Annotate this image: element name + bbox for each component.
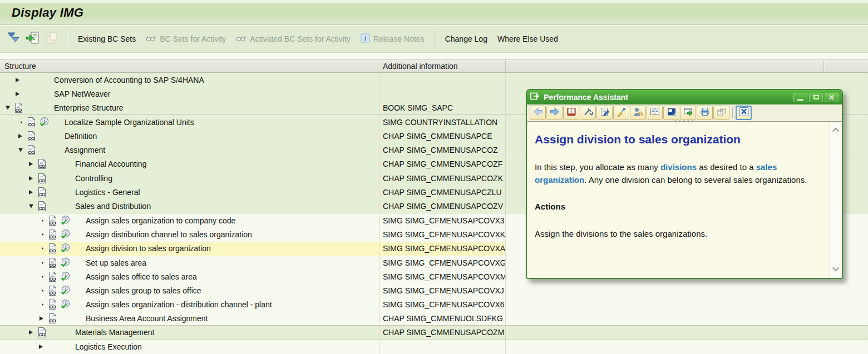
img-activity-icon[interactable] — [38, 117, 50, 128]
column-divider[interactable] — [823, 61, 824, 71]
tree-node-label[interactable]: Controlling — [75, 174, 112, 183]
img-documentation-icon[interactable] — [48, 215, 57, 226]
expander-collapsed-icon[interactable] — [29, 162, 33, 166]
expander-expanded-icon[interactable] — [29, 204, 33, 208]
tree-node-label[interactable]: Localize Sample Organizational Units — [65, 118, 194, 127]
tree-node-label[interactable]: SAP NetWeaver — [54, 89, 110, 98]
column-header-additional-information: Additional information — [383, 62, 458, 71]
pa-glossary-button[interactable] — [647, 106, 663, 120]
pa-authorization-button[interactable] — [630, 106, 646, 120]
tree-row-assign-sales-group-to-sales-office[interactable]: Assign sales group to sales officeSIMG S… — [0, 283, 868, 297]
pa-back-button[interactable] — [530, 106, 546, 120]
tree-node-label[interactable]: Enterprise Structure — [54, 103, 124, 112]
tree-node-label[interactable]: Financial Accounting — [75, 159, 146, 168]
close-button[interactable]: ✕ — [825, 93, 839, 102]
expander-collapsed-icon[interactable] — [39, 345, 43, 349]
button-where-else-used[interactable]: Where Else Used — [492, 32, 563, 46]
toolbar-position-button[interactable] — [6, 31, 22, 47]
expander-collapsed-icon[interactable] — [16, 78, 19, 82]
pa-technical-button[interactable] — [580, 106, 596, 120]
tree-node-label[interactable]: Conversion of Accounting to SAP S/4HANA — [54, 76, 204, 84]
img-documentation-icon[interactable] — [27, 144, 36, 155]
maximize-button[interactable] — [809, 93, 823, 102]
pa-scrollbar[interactable] — [830, 123, 841, 277]
tree-node-label[interactable]: Assign sales office to sales area — [86, 272, 197, 281]
img-documentation-icon[interactable] — [48, 286, 57, 296]
img-activity-icon[interactable] — [60, 299, 71, 310]
tree-node-label[interactable]: Definition — [65, 132, 97, 141]
tree-node-label[interactable]: Sales and Distribution — [75, 202, 151, 211]
img-documentation-icon[interactable] — [37, 159, 47, 169]
expander-collapsed-icon[interactable] — [16, 92, 19, 96]
tree-node-label[interactable]: Business Area Account Assignment — [86, 314, 208, 323]
toolbar-bcset-button[interactable] — [24, 31, 41, 47]
button-change-log[interactable]: Change Log — [440, 32, 492, 46]
tree-node-label[interactable]: Logistics - General — [75, 188, 140, 197]
title-bar: Display IMG — [0, 3, 868, 25]
img-documentation-icon[interactable] — [37, 187, 47, 198]
img-activity-icon[interactable] — [60, 257, 71, 268]
tree-node-label[interactable]: Logistics Execution — [75, 342, 142, 351]
img-documentation-icon[interactable] — [48, 243, 57, 254]
img-documentation-icon[interactable] — [48, 257, 57, 268]
img-documentation-icon[interactable] — [37, 173, 47, 183]
pa-doc-link[interactable]: sales — [756, 162, 777, 172]
tree-node-label[interactable]: Assign sales group to sales office — [86, 286, 201, 295]
expander-collapsed-icon[interactable] — [18, 134, 22, 138]
img-documentation-icon[interactable] — [48, 313, 57, 324]
expander-collapsed-icon[interactable] — [29, 176, 33, 181]
additional-information-value: CHAP SIMG_CMMENUSAPCOZV — [383, 202, 503, 211]
tree-row-materials-management[interactable]: Materials ManagementCHAP SIMG_CMMENUSAPC… — [0, 326, 868, 340]
img-documentation-icon[interactable] — [27, 117, 36, 127]
expander-collapsed-icon[interactable] — [40, 316, 43, 321]
tree-node-label[interactable]: Assign distribution channel to sales org… — [86, 230, 252, 239]
img-documentation-icon[interactable] — [27, 131, 36, 141]
tree-row-conversion-of-accounting-to-sap-s-4hana[interactable]: Conversion of Accounting to SAP S/4HANA — [0, 73, 868, 87]
img-documentation-icon[interactable] — [14, 102, 23, 113]
pa-title-bar[interactable]: Performance Assistant ✕ — [527, 90, 842, 104]
img-activity-icon[interactable] — [60, 229, 71, 240]
column-divider[interactable] — [505, 61, 506, 71]
application-toolbar: Existing BC SetsBC Sets for ActivityActi… — [0, 26, 868, 53]
img-activity-icon[interactable] — [60, 215, 71, 226]
tree-node-label[interactable]: Assignment — [65, 146, 105, 154]
glasses-icon — [236, 34, 246, 43]
img-activity-icon[interactable] — [60, 271, 71, 282]
pa-forward-button[interactable] — [546, 106, 563, 120]
pa-edit-button[interactable] — [596, 106, 613, 120]
minimize-button[interactable] — [793, 93, 807, 102]
pa-doc-link[interactable]: divisions — [660, 162, 697, 172]
img-activity-icon[interactable] — [60, 243, 71, 254]
pa-duplicate-button[interactable] — [713, 106, 729, 120]
pa-documentation-button[interactable] — [563, 106, 579, 120]
pa-print-button[interactable] — [697, 106, 713, 120]
column-divider[interactable] — [373, 61, 373, 71]
expander-expanded-icon[interactable] — [6, 106, 10, 109]
additional-information-value: CHAP SIMG_CMMENUSAPCOZ — [383, 146, 498, 154]
img-documentation-icon[interactable] — [48, 229, 57, 240]
expander-collapsed-icon[interactable] — [29, 330, 33, 335]
tree-row-logistics-execution[interactable]: Logistics Execution — [0, 340, 868, 354]
button-existing-bc-sets[interactable]: Existing BC Sets — [73, 32, 141, 46]
tree-node-label[interactable]: Set up sales area — [86, 258, 146, 267]
tree-node-label[interactable]: Materials Management — [75, 328, 154, 337]
scroll-down-icon[interactable] — [831, 265, 840, 275]
img-documentation-icon[interactable] — [48, 271, 57, 282]
img-activity-icon[interactable] — [60, 285, 71, 296]
tree-row-business-area-account-assignment[interactable]: Business Area Account AssignmentCHAP SIM… — [0, 312, 868, 326]
button-bc-sets-for-activity: BC Sets for Activity — [141, 32, 231, 46]
pa-doc-link[interactable]: organization — [535, 175, 584, 185]
pa-closex-button[interactable] — [736, 106, 752, 120]
img-documentation-icon[interactable] — [37, 327, 47, 338]
tree-row-assign-sales-organization-distribution-channel-plant[interactable]: Assign sales organization - distribution… — [0, 298, 868, 312]
img-documentation-icon[interactable] — [37, 201, 47, 211]
expander-expanded-icon[interactable] — [18, 148, 23, 152]
additional-information-value: SIMG SIMG_CFMENUSAPCOVXG — [383, 258, 506, 267]
tree-node-label[interactable]: Assign sales organization to company cod… — [86, 216, 235, 225]
tree-node-label[interactable]: Assign division to sales organization — [86, 244, 211, 253]
img-documentation-icon[interactable] — [48, 300, 57, 310]
tree-node-label[interactable]: Assign sales organization - distribution… — [86, 300, 272, 309]
expander-collapsed-icon[interactable] — [29, 190, 33, 195]
scroll-up-icon[interactable] — [831, 125, 840, 135]
pa-displaychange-button[interactable] — [613, 106, 629, 120]
